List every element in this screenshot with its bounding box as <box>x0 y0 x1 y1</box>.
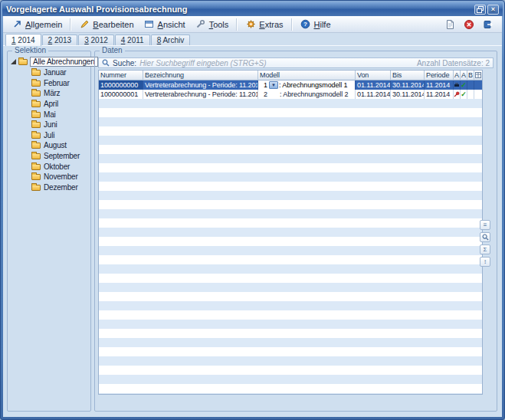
col-header-nummer[interactable]: Nummer <box>99 71 143 80</box>
col-header-periode[interactable]: Periode <box>425 71 454 80</box>
cell-periode[interactable]: 11.2014 <box>425 80 454 90</box>
cell-status-b[interactable] <box>467 80 474 90</box>
menu-extras-label: Extras <box>259 20 283 29</box>
folder-icon <box>31 153 41 159</box>
col-header-modell[interactable]: Modell <box>258 71 356 80</box>
tree-item-label: Juli <box>44 131 54 139</box>
tree-item-juli[interactable]: Juli <box>9 130 89 141</box>
folder-icon <box>31 70 41 76</box>
sigma-icon: Σ <box>484 247 487 253</box>
grid-sort-button[interactable]: ↕ <box>480 257 490 267</box>
exit-icon <box>483 19 494 30</box>
cell-status-a1[interactable] <box>454 90 461 99</box>
cell-bis[interactable]: 30.11.2014 <box>391 90 425 99</box>
grid-header-row: Nummer Bezeichnung Modell Von Bis Period… <box>99 71 482 80</box>
col-header-a2[interactable]: A <box>461 71 467 80</box>
tree-item-januar[interactable]: Januar <box>9 67 89 78</box>
chevron-down-icon: ▼ <box>271 83 276 87</box>
cell-modell[interactable]: 2 : Abrechnungsmodell 2 <box>258 90 356 99</box>
column-chooser-icon <box>475 72 481 78</box>
search-placeholder[interactable]: Hier Suchbegriff eingeben (STRG+S) <box>139 59 266 67</box>
cell-indicator <box>474 90 482 99</box>
menu-bearbeiten[interactable]: Bearbeiten <box>74 18 138 31</box>
grid-sum-button[interactable]: Σ <box>480 244 490 254</box>
tab-2013-label: 2 2013 <box>48 36 72 44</box>
search-icon <box>102 59 110 67</box>
tab-archiv-label: 8 Archiv <box>157 36 185 44</box>
tab-2014-label: 1 2014 <box>11 36 35 44</box>
menu-allgemein[interactable]: Allgemein <box>7 18 67 31</box>
col-header-b[interactable]: B <box>467 71 474 80</box>
menu-tools[interactable]: Tools <box>191 18 234 31</box>
printer-status-icon <box>454 82 460 88</box>
col-header-a1[interactable]: A <box>454 71 461 80</box>
tree-item-maerz[interactable]: März <box>9 88 89 99</box>
table-row-2[interactable]: 1000000001 Vertreterabrechnung - Periode… <box>99 90 482 99</box>
tree-item-juni[interactable]: Juni <box>9 120 89 130</box>
tree-item-oktober[interactable]: Oktober <box>9 161 89 172</box>
col-header-bezeichnung[interactable]: Bezeichnung <box>143 71 258 80</box>
tree-item-dezember[interactable]: Dezember <box>9 182 89 193</box>
cell-periode[interactable]: 11.2014 <box>425 90 454 99</box>
window-title: Vorgelagerte Auswahl Provisionsabrechnun… <box>6 5 188 14</box>
tab-2011[interactable]: 4 2011 <box>115 34 150 45</box>
menu-ansicht[interactable]: Ansicht <box>139 18 190 31</box>
cell-bis[interactable]: 30.11.2014 <box>391 80 425 90</box>
cell-nummer[interactable]: 1000000000 <box>99 80 143 90</box>
menu-hilfe[interactable]: ? Hilfe <box>296 18 336 31</box>
tree-expander-icon[interactable] <box>11 59 16 64</box>
tools-wrench-icon <box>195 19 206 30</box>
col-header-von[interactable]: Von <box>356 71 391 80</box>
col-header-bis[interactable]: Bis <box>391 71 425 80</box>
cell-bezeichnung[interactable]: Vertreterabrechnung - Periode: 11.2014 <box>143 90 258 99</box>
tree-root-alle-abrechnungen[interactable]: Alle Abrechnungen <box>9 56 89 67</box>
menu-ansicht-label: Ansicht <box>158 20 185 29</box>
search-bar[interactable]: Suche: Hier Suchbegriff eingeben (STRG+S… <box>98 57 494 68</box>
cell-status-a1[interactable] <box>454 80 461 90</box>
tab-archiv[interactable]: 8 Archiv <box>151 34 191 45</box>
column-chooser-button[interactable] <box>474 71 482 80</box>
search-label: Suche: <box>113 59 136 67</box>
close-button[interactable]: × <box>487 5 499 15</box>
report-button[interactable] <box>442 18 457 31</box>
cell-bezeichnung[interactable]: Vertreterabrechnung - Periode: 11.2014 <box>143 80 258 90</box>
titlebar-buttons: × <box>474 5 499 15</box>
extras-gear-icon <box>245 19 256 30</box>
tree-item-april[interactable]: April <box>9 99 89 110</box>
close-icon: × <box>491 6 495 13</box>
cell-von[interactable]: 01.11.2014 <box>356 90 391 99</box>
table-row-1[interactable]: 1000000000 Vertreterabrechnung - Periode… <box>99 80 482 90</box>
cancel-button[interactable] <box>461 18 477 31</box>
cell-status-b[interactable] <box>467 90 474 99</box>
cell-nummer[interactable]: 1000000001 <box>99 90 143 99</box>
tab-2014[interactable]: 1 2014 <box>5 34 41 46</box>
year-tabstrip: 1 2014 2 2013 3 2012 4 2011 8 Archiv <box>5 34 190 45</box>
cell-modell-editor[interactable]: 1 ▼ : Abrechnungsmodell 1 <box>258 80 356 90</box>
restore-icon <box>477 6 484 13</box>
cell-status-a2[interactable]: ✓ <box>461 90 467 99</box>
grid-search-button[interactable] <box>480 232 490 242</box>
exit-button[interactable] <box>480 18 496 31</box>
toolbar-right-buttons <box>442 18 498 31</box>
red-pin-status-icon <box>454 91 460 97</box>
tab-2012[interactable]: 3 2012 <box>78 34 114 45</box>
menu-tools-label: Tools <box>209 20 229 29</box>
menu-allgemein-label: Allgemein <box>25 20 62 29</box>
app-window: Vorgelagerte Auswahl Provisionsabrechnun… <box>0 0 505 420</box>
restore-button[interactable] <box>474 5 486 15</box>
titlebar[interactable]: Vorgelagerte Auswahl Provisionsabrechnun… <box>2 2 503 16</box>
tree-item-august[interactable]: August <box>9 140 89 151</box>
modell-dropdown-button[interactable]: ▼ <box>269 81 278 89</box>
menu-hilfe-label: Hilfe <box>314 20 331 29</box>
tree-item-mai[interactable]: Mai <box>9 109 89 120</box>
grid-side-toolbar: ≡ Σ ↕ <box>480 220 490 267</box>
menu-extras[interactable]: Extras <box>241 18 287 31</box>
cell-status-a2[interactable]: ✓ <box>461 80 467 90</box>
tree-item-september[interactable]: September <box>9 151 89 162</box>
tree-root-label[interactable]: Alle Abrechnungen <box>30 57 98 67</box>
tab-2013[interactable]: 2 2013 <box>42 34 78 45</box>
tree-item-februar[interactable]: Februar <box>9 78 89 89</box>
cell-von[interactable]: 01.11.2014 <box>356 80 391 90</box>
grid-menu-button[interactable]: ≡ <box>480 220 490 230</box>
tree-item-november[interactable]: November <box>9 172 89 182</box>
